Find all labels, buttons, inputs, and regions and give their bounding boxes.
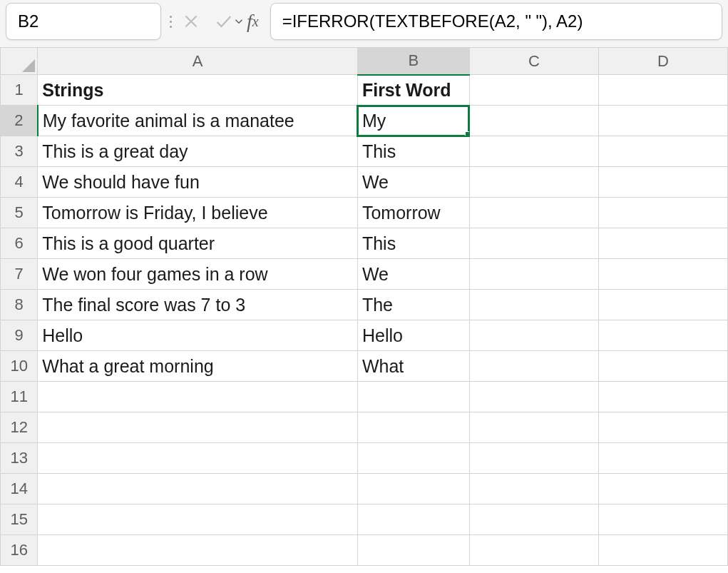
cell-D13[interactable] <box>598 443 727 474</box>
cell-B13[interactable] <box>357 443 469 474</box>
formula-bar-tools: fx <box>168 3 263 40</box>
cell-A1[interactable]: Strings <box>38 75 358 106</box>
name-box[interactable] <box>6 3 161 40</box>
cell-B16[interactable] <box>357 535 469 566</box>
cell-D8[interactable] <box>598 290 727 320</box>
row-header[interactable]: 5 <box>1 198 38 228</box>
cell-D14[interactable] <box>598 474 727 504</box>
formula-input[interactable] <box>281 11 712 32</box>
cell-B4[interactable]: We <box>357 167 469 198</box>
cell-B9[interactable]: Hello <box>357 320 469 351</box>
formula-box[interactable] <box>270 3 722 40</box>
grid-table: A B C D 1StringsFirst Word2My favorite a… <box>0 47 728 566</box>
row-header[interactable]: 11 <box>1 382 38 412</box>
cell-D3[interactable] <box>598 136 727 167</box>
cell-A8[interactable]: The final score was 7 to 3 <box>38 290 358 320</box>
row-header[interactable]: 12 <box>1 412 38 443</box>
cell-C10[interactable] <box>469 351 598 382</box>
cell-B8[interactable]: The <box>357 290 469 320</box>
cell-B1[interactable]: First Word <box>357 75 469 106</box>
row-header[interactable]: 3 <box>1 136 38 167</box>
cell-C4[interactable] <box>469 167 598 198</box>
cell-C9[interactable] <box>469 320 598 351</box>
cell-C5[interactable] <box>469 198 598 228</box>
formula-bar: fx <box>0 0 728 47</box>
cell-A13[interactable] <box>38 443 358 474</box>
cell-C1[interactable] <box>469 75 598 106</box>
grip-icon <box>168 9 173 34</box>
cell-C15[interactable] <box>469 504 598 535</box>
cell-A16[interactable] <box>38 535 358 566</box>
cell-A2[interactable]: My favorite animal is a manatee <box>38 106 358 136</box>
cell-C2[interactable] <box>469 106 598 136</box>
cell-B6[interactable]: This <box>357 228 469 259</box>
cell-A9[interactable]: Hello <box>38 320 358 351</box>
cell-C14[interactable] <box>469 474 598 504</box>
cell-A14[interactable] <box>38 474 358 504</box>
cell-D6[interactable] <box>598 228 727 259</box>
cell-C6[interactable] <box>469 228 598 259</box>
cell-C16[interactable] <box>469 535 598 566</box>
row-header[interactable]: 1 <box>1 75 38 106</box>
fx-icon[interactable]: fx <box>242 10 263 33</box>
cell-C11[interactable] <box>469 382 598 412</box>
col-header-A[interactable]: A <box>38 48 358 75</box>
select-all-corner[interactable] <box>1 48 38 75</box>
cell-D2[interactable] <box>598 106 727 136</box>
row-header[interactable]: 2 <box>1 106 38 136</box>
cell-D7[interactable] <box>598 259 727 290</box>
cell-C7[interactable] <box>469 259 598 290</box>
cell-D1[interactable] <box>598 75 727 106</box>
row-header[interactable]: 9 <box>1 320 38 351</box>
row-header[interactable]: 14 <box>1 474 38 504</box>
cell-D15[interactable] <box>598 504 727 535</box>
cell-A11[interactable] <box>38 382 358 412</box>
cell-B2[interactable]: My <box>357 106 469 136</box>
row-header[interactable]: 16 <box>1 535 38 566</box>
cell-C12[interactable] <box>469 412 598 443</box>
cell-B3[interactable]: This <box>357 136 469 167</box>
col-header-D[interactable]: D <box>598 48 727 75</box>
cell-D5[interactable] <box>598 198 727 228</box>
cell-D11[interactable] <box>598 382 727 412</box>
cell-D10[interactable] <box>598 351 727 382</box>
row-header[interactable]: 7 <box>1 259 38 290</box>
cell-A4[interactable]: We should have fun <box>38 167 358 198</box>
cell-B12[interactable] <box>357 412 469 443</box>
cell-D4[interactable] <box>598 167 727 198</box>
cell-B7[interactable]: We <box>357 259 469 290</box>
row-header[interactable]: 4 <box>1 167 38 198</box>
cell-B14[interactable] <box>357 474 469 504</box>
row-header[interactable]: 13 <box>1 443 38 474</box>
cell-A3[interactable]: This is a great day <box>38 136 358 167</box>
cell-D9[interactable] <box>598 320 727 351</box>
cell-A12[interactable] <box>38 412 358 443</box>
cell-A5[interactable]: Tomorrow is Friday, I believe <box>38 198 358 228</box>
row-header[interactable]: 6 <box>1 228 38 259</box>
worksheet[interactable]: A B C D 1StringsFirst Word2My favorite a… <box>0 47 728 573</box>
cell-B5[interactable]: Tomorrow <box>357 198 469 228</box>
row-header[interactable]: 15 <box>1 504 38 535</box>
cell-D16[interactable] <box>598 535 727 566</box>
cell-C8[interactable] <box>469 290 598 320</box>
cell-A10[interactable]: What a great morning <box>38 351 358 382</box>
row-header[interactable]: 8 <box>1 290 38 320</box>
col-header-B[interactable]: B <box>357 48 469 75</box>
col-header-C[interactable]: C <box>469 48 598 75</box>
cell-B11[interactable] <box>357 382 469 412</box>
cell-B10[interactable]: What <box>357 351 469 382</box>
cancel-icon[interactable] <box>177 7 205 36</box>
row-header[interactable]: 10 <box>1 351 38 382</box>
cell-D12[interactable] <box>598 412 727 443</box>
cell-B15[interactable] <box>357 504 469 535</box>
cell-A15[interactable] <box>38 504 358 535</box>
cell-A7[interactable]: We won four games in a row <box>38 259 358 290</box>
cell-C3[interactable] <box>469 136 598 167</box>
enter-icon[interactable] <box>210 7 238 36</box>
cell-C13[interactable] <box>469 443 598 474</box>
cell-A6[interactable]: This is a good quarter <box>38 228 358 259</box>
